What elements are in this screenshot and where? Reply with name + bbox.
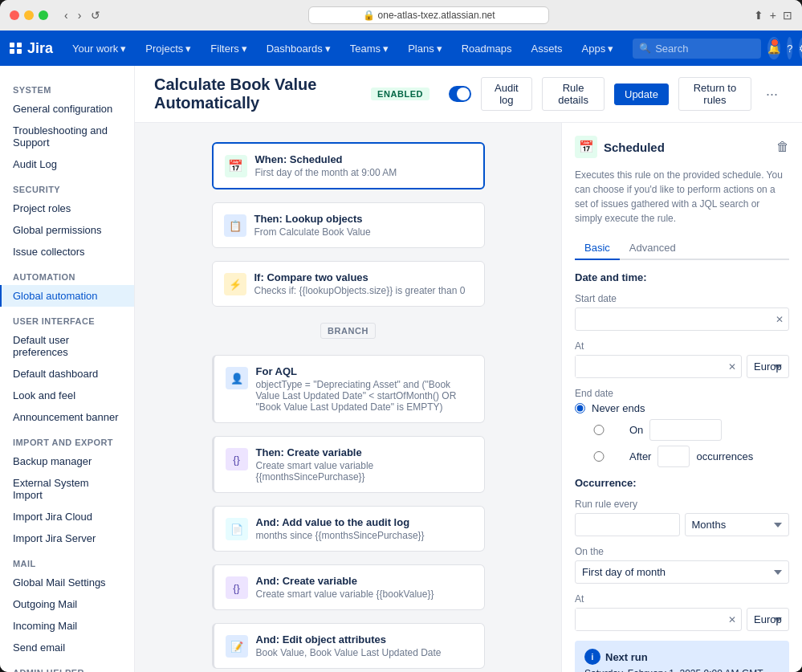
tab-advanced[interactable]: Advanced [620, 237, 686, 260]
tab-basic[interactable]: Basic [575, 237, 620, 260]
compare-icon: ⚡ [224, 273, 246, 295]
occurrence-label: Occurrence: [575, 477, 637, 489]
flow-node-content: When: Scheduled First day of the month a… [255, 153, 397, 178]
jira-logo: Jira [10, 40, 53, 57]
on-date-input[interactable]: 4/24/2025 [649, 419, 722, 441]
sidebar-item-general-config[interactable]: General configuration [0, 98, 134, 120]
new-tab-button[interactable]: + [770, 9, 776, 22]
roadmaps-nav[interactable]: Roadmaps [455, 39, 519, 58]
right-panel: 📅 Scheduled 🗑 Executes this rule on the … [561, 123, 802, 672]
sidebar-item-send-email[interactable]: Send email [0, 637, 134, 658]
enabled-toggle[interactable] [449, 86, 470, 102]
flow-node-aql[interactable]: 👤 For AQL objectType = "Depreciating Ass… [212, 355, 485, 423]
sidebar-item-global-mail[interactable]: Global Mail Settings [0, 572, 134, 593]
close-button[interactable] [10, 10, 19, 20]
flow-node-edit-attrs[interactable]: 📝 And: Edit object attributes Book Value… [212, 623, 485, 669]
flow-node-compare[interactable]: ⚡ If: Compare two values Checks if: {{lo… [212, 261, 485, 307]
node-title: And: Create variable [256, 575, 434, 587]
next-run-label: Next run [605, 651, 648, 663]
right-panel-tabs: Basic Advanced [575, 237, 789, 260]
node-title: And: Add value to the audit log [256, 516, 425, 528]
dashboards-nav[interactable]: Dashboards ▾ [260, 39, 337, 58]
sidebar-toggle-button[interactable]: ⊡ [783, 9, 792, 22]
start-date-input[interactable]: 1/24/2025 [576, 308, 771, 330]
sidebar-item-announcement-banner[interactable]: Announcement banner [0, 406, 134, 428]
plans-nav[interactable]: Plans ▾ [401, 39, 449, 58]
end-date-field: End date Never ends On [575, 388, 789, 467]
projects-nav[interactable]: Projects ▾ [139, 39, 197, 58]
flow-node-create-var-2[interactable]: {} And: Create variable Create smart val… [212, 564, 485, 610]
at-time-bottom-input-wrapper: 9:00 AM ✕ [575, 608, 742, 631]
grid-icon [10, 43, 22, 54]
audit-log-button[interactable]: Audit log [481, 77, 533, 111]
never-ends-radio[interactable]: Never ends [575, 402, 789, 414]
timezone-select[interactable]: Europe/London [747, 355, 789, 378]
flow-node-create-var-1[interactable]: {} Then: Create variable Create smart va… [212, 436, 485, 493]
sidebar-item-incoming-mail[interactable]: Incoming Mail [0, 615, 134, 637]
at-time-bottom-input[interactable]: 9:00 AM [576, 609, 723, 630]
node-title: Then: Create variable [256, 446, 473, 458]
sidebar-item-look-and-feel[interactable]: Look and feel [0, 385, 134, 406]
sidebar-item-global-permissions[interactable]: Global permissions [0, 219, 134, 241]
sidebar-item-audit-log[interactable]: Audit Log [0, 153, 134, 175]
clear-time-button[interactable]: ✕ [723, 358, 741, 376]
sidebar-item-import-jira-server[interactable]: Import Jira Server [0, 527, 134, 549]
flow-node-trigger[interactable]: 📅 When: Scheduled First day of the month… [212, 142, 485, 189]
forward-nav-button[interactable]: › [75, 7, 85, 23]
after-count-input[interactable]: 5 [657, 446, 690, 467]
next-run-box: i Next run Saturday, February 1, 2025 9:… [575, 641, 789, 672]
delete-button[interactable]: 🗑 [776, 140, 789, 154]
node-desc: Create smart value variable {{monthsSinc… [256, 460, 473, 483]
back-nav-button[interactable]: ‹ [61, 7, 71, 23]
clear-date-button[interactable]: ✕ [771, 311, 788, 328]
return-to-rules-button[interactable]: Return to rules [678, 77, 751, 111]
sidebar-item-default-dashboard[interactable]: Default dashboard [0, 363, 134, 385]
run-every-unit-select[interactable]: Months [685, 513, 790, 536]
run-every-input[interactable]: 1 [575, 513, 680, 536]
apps-nav[interactable]: Apps ▾ [576, 39, 621, 58]
rule-details-button[interactable]: Rule details [542, 77, 605, 111]
more-options-button[interactable]: ··· [761, 83, 783, 106]
node-title: If: Compare two values [254, 271, 466, 283]
sidebar-item-external-system-import[interactable]: External System Import [0, 472, 134, 506]
update-button[interactable]: Update [614, 83, 669, 105]
maximize-button[interactable] [39, 10, 48, 20]
assets-nav[interactable]: Assets [525, 39, 569, 58]
refresh-button[interactable]: ↺ [88, 7, 104, 23]
end-date-label: End date [575, 388, 789, 399]
sidebar-item-outgoing-mail[interactable]: Outgoing Mail [0, 593, 134, 615]
sidebar-item-project-roles[interactable]: Project roles [0, 198, 134, 219]
sidebar-item-backup-manager[interactable]: Backup manager [0, 450, 134, 472]
search-input[interactable] [633, 39, 761, 59]
minimize-button[interactable] [24, 10, 34, 20]
node-desc: months since {{monthsSincePurchase}} [256, 530, 425, 541]
after-radio[interactable]: After [575, 450, 651, 462]
calendar-icon: 📅 [225, 155, 247, 177]
settings-button[interactable]: ⚙ [799, 37, 802, 59]
time-input[interactable]: 12:47 PM [576, 356, 723, 377]
sidebar-item-global-automation[interactable]: Global automation [0, 285, 134, 307]
sidebar-item-troubleshooting[interactable]: Troubleshooting and Support [0, 120, 134, 153]
sidebar-item-import-jira-cloud[interactable]: Import Jira Cloud [0, 506, 134, 527]
teams-nav[interactable]: Teams ▾ [344, 39, 395, 58]
flow-node-audit-log[interactable]: 📄 And: Add value to the audit log months… [212, 506, 485, 552]
url-bar[interactable]: 🔒 one-atlas-txez.atlassian.net [308, 6, 549, 24]
on-the-select[interactable]: First day of month [575, 560, 789, 584]
your-work-nav[interactable]: Your work ▾ [66, 39, 132, 58]
at-timezone-select[interactable]: Europe/London [747, 608, 789, 631]
share-button[interactable]: ⬆ [754, 9, 763, 22]
flow-node-lookup[interactable]: 📋 Then: Lookup objects From Calculate Bo… [212, 202, 485, 248]
on-radio[interactable]: On [575, 424, 643, 436]
clear-at-time-button[interactable]: ✕ [723, 611, 741, 629]
aql-icon: 👤 [226, 367, 248, 389]
help-button[interactable]: ? [787, 37, 792, 59]
node-title: For AQL [256, 365, 473, 377]
date-time-section: Date and time: [575, 271, 789, 283]
chevron-down-icon: ▾ [120, 43, 126, 55]
sidebar-item-default-user-prefs[interactable]: Default user preferences [0, 329, 134, 363]
sidebar-item-issue-collectors[interactable]: Issue collectors [0, 241, 134, 263]
node-desc: objectType = "Depreciating Asset" and ("… [256, 379, 473, 413]
notifications-button[interactable]: 🔔 [767, 37, 780, 59]
filters-nav[interactable]: Filters ▾ [204, 39, 253, 58]
next-run-date: Saturday, February 1, 2025 9:00 AM GMT [584, 668, 780, 672]
